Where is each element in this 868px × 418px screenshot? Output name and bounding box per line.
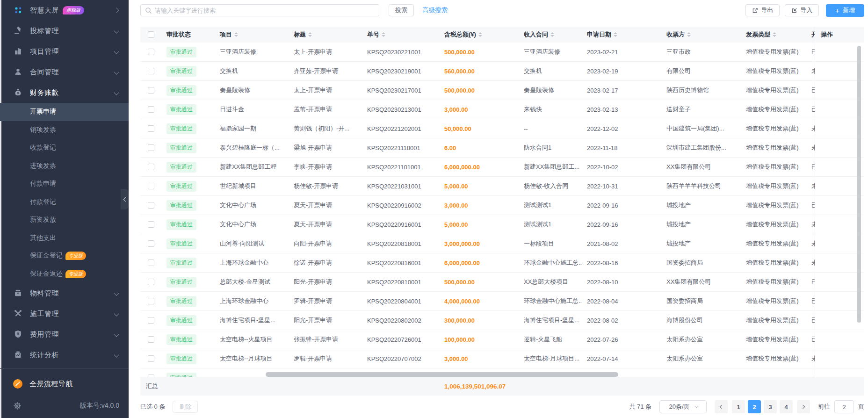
row-checkbox[interactable]	[148, 298, 154, 304]
goto-page-input[interactable]	[834, 400, 854, 413]
row-checkbox[interactable]	[148, 279, 154, 285]
column-header-project[interactable]: 项目	[215, 27, 289, 43]
table-row[interactable]: 审批通过三亚酒店装修太上-开票申请KPSQ20230221001500,000.…	[140, 43, 815, 62]
building-icon	[14, 47, 22, 56]
sidebar-item[interactable]: 开票申请	[0, 103, 129, 121]
row-checkbox[interactable]	[148, 355, 154, 362]
table-row[interactable]: 审批通过泰兴碧桂隆庭一标（...梁旭-开票申请KPSQ202211180016.…	[140, 138, 815, 158]
vertical-scrollbar[interactable]	[857, 46, 861, 323]
cell-payee: 中国建筑一局(集团)...	[662, 119, 741, 138]
row-checkbox[interactable]	[148, 221, 154, 228]
column-header-amount[interactable]: 含税总额(¥)	[440, 27, 519, 43]
table-row[interactable]: 审批通过文化中心广场夏天-开票申请KPSQ202209160023,000.00…	[140, 196, 815, 215]
approval-status-badge: 审批通过	[166, 353, 196, 364]
column-header-invoice_status[interactable]: 开票状态	[807, 27, 815, 43]
sidebar-group[interactable]: 合同管理	[0, 62, 129, 82]
next-page-button[interactable]	[797, 400, 810, 413]
sort-icon[interactable]	[614, 32, 617, 37]
cell-invoice_type: 增值税专用发票(蓝)	[741, 196, 807, 215]
sort-icon[interactable]	[773, 32, 776, 37]
page-button-2[interactable]: 2	[748, 400, 761, 413]
sort-icon[interactable]	[687, 32, 691, 37]
chevron-down-icon	[114, 90, 119, 95]
table-row[interactable]: 审批通过海博住宅项目-坚星...阳光-开票申请KPSQ2022080200230…	[140, 311, 815, 330]
sidebar-group-label: 施工管理	[30, 310, 59, 318]
search-input[interactable]	[155, 5, 375, 16]
table-row[interactable]: 审批通过日进斗金孟苇-开票申请KPSQ202302130013,000.00来钱…	[140, 100, 815, 119]
table-row[interactable]: 审批通过太空电梯--月球项目罗辑-开票申请KPSQ202207070023,00…	[140, 349, 815, 368]
export-button[interactable]: 导出	[745, 4, 780, 16]
table-row[interactable]: 审批通过秦皇陵装修太上-开票申请KPSQ20230217001500,000.0…	[140, 81, 815, 100]
column-header-order_no[interactable]: 单号	[362, 27, 440, 43]
column-header-date[interactable]: 申请日期	[582, 27, 662, 43]
sidebar-item[interactable]: 其他支出	[0, 229, 129, 247]
row-checkbox[interactable]	[148, 317, 154, 324]
import-button[interactable]: 导入	[785, 4, 819, 16]
sidebar-item-panorama[interactable]: 全景流程导航	[0, 374, 129, 394]
sidebar-item[interactable]: 进项发票	[0, 157, 129, 175]
column-header-payee[interactable]: 收票方	[662, 27, 741, 43]
table-row[interactable]: 审批通过山河尊-向阳测试向阳-开票申请KPSQ202208180013,000,…	[140, 234, 815, 253]
row-checkbox[interactable]	[148, 144, 154, 151]
table-row[interactable]: 审批通过世纪新城项目杨佳敏-开票申请KPSQ202210310015,000.0…	[140, 177, 815, 196]
table-row[interactable]: 审批通过上海环球金融中心徐诺-开票申请KPSQ202208160016,000,…	[140, 253, 815, 273]
table-row[interactable]: 审批通过福鼎家园一期黄则钱（初阳）-开...KPSQ2022120200150,…	[140, 119, 815, 138]
page-button-4[interactable]: 4	[780, 400, 793, 413]
sort-icon[interactable]	[234, 32, 238, 37]
prev-page-button[interactable]	[715, 400, 728, 413]
sidebar-group[interactable]: ¥费用管理	[0, 324, 129, 345]
sort-icon[interactable]	[382, 32, 385, 37]
table-row[interactable]: 审批通过新建XX集团总部工程李峡-开票申请KPSQ202211010016,00…	[140, 158, 815, 177]
cell-order_no: KPSQ20221118001	[362, 138, 440, 157]
row-checkbox[interactable]	[148, 68, 154, 74]
page-button-3[interactable]: 3	[764, 400, 777, 413]
row-checkbox[interactable]	[148, 336, 154, 343]
table-row[interactable]: 审批通过交换机齐亚茹-开票申请KPSQ20230219001560,000.00…	[140, 62, 815, 81]
row-checkbox[interactable]	[148, 240, 154, 247]
delete-button[interactable]: 删除	[173, 401, 198, 413]
row-checkbox[interactable]	[148, 87, 154, 94]
horizontal-scrollbar[interactable]	[266, 372, 618, 377]
column-header-invoice_type[interactable]: 发票类型	[741, 27, 807, 43]
row-checkbox[interactable]	[148, 259, 154, 266]
sidebar-item[interactable]: 保证金返还专业版	[0, 265, 129, 283]
row-checkbox[interactable]	[148, 202, 154, 209]
sort-icon[interactable]	[478, 32, 482, 37]
table-row[interactable]: 审批通过文化中心广场夏天-开票申请KPSQ202209160015,000.00…	[140, 215, 815, 234]
cell-status: 审批通过	[162, 234, 215, 253]
sidebar-group[interactable]: 物料管理	[0, 283, 129, 303]
add-button[interactable]: + 新增	[826, 4, 864, 17]
gavel-icon	[14, 27, 22, 35]
sidebar-collapse-toggle[interactable]	[121, 189, 129, 209]
sidebar-item[interactable]: 销项发票	[0, 121, 129, 139]
row-checkbox[interactable]	[148, 106, 154, 113]
sidebar-group[interactable]: 统计分析	[0, 345, 129, 365]
sidebar-item[interactable]: 付款登记	[0, 193, 129, 211]
sidebar-group[interactable]: 智慧大屏旗舰版	[0, 0, 129, 21]
sidebar-group[interactable]: 施工管理	[0, 303, 129, 324]
sort-icon[interactable]	[550, 32, 554, 37]
column-header-contract[interactable]: 收入合同	[519, 27, 582, 43]
row-checkbox[interactable]	[148, 125, 154, 132]
sidebar-item[interactable]: 收款登记	[0, 139, 129, 157]
row-checkbox[interactable]	[148, 183, 154, 189]
select-all-checkbox[interactable]	[148, 31, 154, 38]
page-size-select[interactable]: 20条/页	[659, 400, 707, 413]
sidebar-group[interactable]: ¥财务账款	[0, 82, 129, 103]
sidebar-group[interactable]: 投标管理	[0, 21, 129, 41]
sidebar-group[interactable]: 项目管理	[0, 41, 129, 62]
search-button[interactable]: 搜索	[389, 4, 414, 16]
table-row[interactable]: 审批通过上海环球金融中心罗辑-开票申请KPSQ202208040014,000,…	[140, 292, 815, 311]
sort-icon[interactable]	[308, 32, 312, 37]
column-header-title[interactable]: 标题	[289, 27, 362, 43]
sidebar-item[interactable]: 薪资发放	[0, 211, 129, 229]
row-checkbox[interactable]	[148, 164, 154, 170]
table-row[interactable]: 审批通过总部大楼-金星测试阳光-开票申请KPSQ20220810001500,0…	[140, 273, 815, 292]
table-row[interactable]: 审批通过太空电梯--火星项目张振锋-开票申请KPSQ20220726001100…	[140, 330, 815, 349]
row-checkbox[interactable]	[148, 49, 154, 55]
gear-icon[interactable]	[13, 402, 22, 410]
page-button-1[interactable]: 1	[732, 400, 745, 413]
sidebar-item[interactable]: 付款申请	[0, 175, 129, 193]
sidebar-item[interactable]: 保证金登记专业版	[0, 247, 129, 265]
advanced-search-link[interactable]: 高级搜索	[422, 6, 448, 14]
